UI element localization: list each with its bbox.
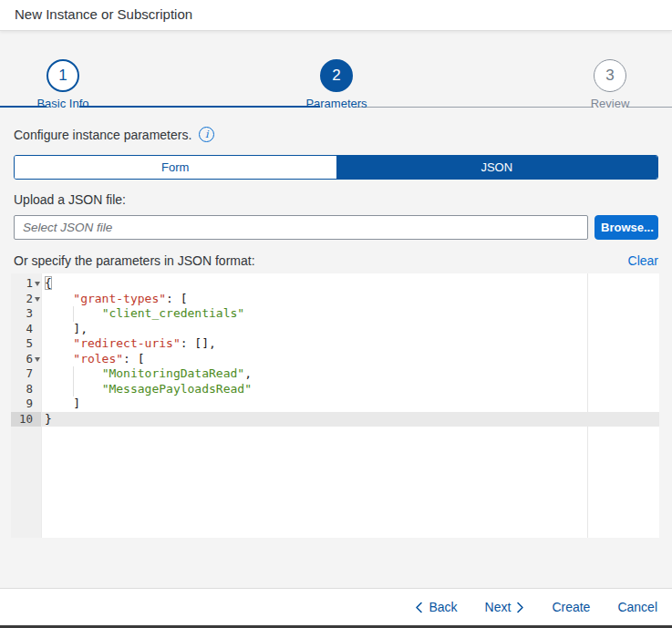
- token-string: "MonitoringDataRead": [102, 366, 245, 380]
- create-button[interactable]: Create: [550, 596, 592, 618]
- fold-spacer: [33, 412, 41, 427]
- indent-guide: [73, 366, 74, 382]
- editor-gutter-cell: 9: [11, 396, 41, 412]
- code-text: "redirect-uris": [],: [41, 336, 659, 352]
- chevron-left-icon: [415, 602, 423, 613]
- code-text: "roles": [: [41, 352, 659, 367]
- editor-line-9[interactable]: 9 ]: [11, 396, 659, 412]
- json-file-input[interactable]: [14, 215, 588, 240]
- token-plain: [45, 336, 73, 350]
- editor-gutter-cell: 7: [11, 366, 41, 382]
- button-label: Next: [485, 600, 512, 614]
- fold-spacer: [33, 322, 41, 337]
- section-heading: Configure instance parameters.: [14, 128, 191, 142]
- step-label-basic-info: Basic Info: [0, 97, 127, 110]
- token-match: {: [45, 276, 52, 290]
- fold-triangle: [35, 282, 40, 286]
- fold-triangle: [35, 357, 40, 362]
- fold-icon[interactable]: [33, 276, 41, 292]
- info-icon[interactable]: i: [199, 127, 214, 142]
- editor-gutter-cell: 2: [11, 292, 41, 307]
- fold-icon[interactable]: [33, 292, 41, 307]
- editor-line-10[interactable]: 10}: [11, 412, 659, 427]
- code-text: {: [41, 276, 659, 292]
- button-label: Create: [552, 600, 590, 614]
- token-plain: [45, 292, 73, 305]
- token-plain: ]: [45, 396, 80, 410]
- button-label: Cancel: [617, 600, 657, 614]
- token-plain: : [: [166, 292, 187, 305]
- code-text: "MessagePayloadsRead": [41, 382, 659, 397]
- stepper-step-basic-info[interactable]: 1: [47, 59, 79, 92]
- editor-gutter-cell: 10: [11, 412, 41, 427]
- code-text: "grant-types": [: [41, 292, 659, 307]
- fold-spacer: [33, 366, 41, 382]
- step-label-review: Review: [546, 97, 672, 110]
- stepper-step-parameters[interactable]: 2: [320, 59, 353, 92]
- line-number: 4: [11, 322, 33, 337]
- tab-json[interactable]: JSON: [336, 156, 658, 179]
- editor-gutter-cell: 5: [11, 336, 41, 352]
- editor-gutter-cell: 3: [11, 306, 41, 322]
- browse-button[interactable]: Browse...: [594, 215, 658, 240]
- line-number: 6: [11, 352, 33, 367]
- tab-form[interactable]: Form: [15, 156, 336, 179]
- editor-line-5[interactable]: 5 "redirect-uris": [],: [11, 336, 659, 352]
- cancel-button[interactable]: Cancel: [615, 596, 659, 618]
- token-key: "roles": [73, 352, 123, 365]
- line-number: 5: [11, 336, 33, 352]
- dialog-titlebar: New Instance or Subscription: [0, 0, 672, 31]
- fold-spacer: [33, 396, 41, 412]
- json-editor[interactable]: 1{2 "grant-types": [3 "client_credential…: [11, 273, 659, 538]
- new-instance-dialog: New Instance or Subscription 1Basic Info…: [0, 0, 672, 628]
- line-number: 8: [11, 382, 33, 397]
- line-number: 7: [11, 366, 33, 382]
- token-plain: }: [45, 412, 52, 426]
- token-string: "client_credentials": [102, 306, 245, 320]
- code-text: ],: [41, 322, 659, 337]
- code-text: ]: [41, 396, 659, 412]
- code-text: }: [41, 412, 659, 427]
- token-string: "MessagePayloadsRead": [102, 382, 252, 396]
- editor-line-4[interactable]: 4 ],: [11, 322, 659, 337]
- next-button[interactable]: Next: [483, 596, 527, 618]
- fold-icon[interactable]: [33, 352, 41, 367]
- editor-gutter-cell: 1: [11, 276, 41, 292]
- editor-line-8[interactable]: 8 "MessagePayloadsRead": [11, 382, 659, 397]
- line-number: 3: [11, 306, 33, 322]
- step-number: 1: [58, 67, 67, 85]
- token-plain: : [],: [181, 336, 216, 350]
- editor-line-1[interactable]: 1{: [11, 276, 659, 292]
- step-label-parameters: Parameters: [273, 97, 400, 110]
- fold-triangle: [35, 297, 40, 302]
- fold-spacer: [33, 382, 41, 397]
- clear-button[interactable]: Clear: [628, 253, 658, 268]
- editor-line-7[interactable]: 7 "MonitoringDataRead",: [11, 366, 659, 382]
- json-format-label: Or specify the parameters in JSON format…: [14, 253, 255, 268]
- dialog-title: New Instance or Subscription: [15, 6, 192, 22]
- wizard-progress-navigator: 1Basic Info2Parameters3Review: [0, 31, 672, 118]
- editor-gutter-cell: 6: [11, 352, 41, 367]
- form-json-toggle: Form JSON: [14, 155, 658, 180]
- stepper-step-review[interactable]: 3: [594, 59, 626, 92]
- step-number: 3: [605, 67, 614, 85]
- code-text: "MonitoringDataRead",: [41, 366, 659, 382]
- token-plain: : [: [123, 352, 144, 365]
- editor-gutter-cell: 4: [11, 322, 41, 337]
- line-number: 1: [11, 276, 33, 292]
- line-number: 2: [11, 292, 33, 307]
- indent-guide: [73, 306, 74, 322]
- upload-label: Upload a JSON file:: [14, 192, 126, 207]
- fold-spacer: [33, 336, 41, 352]
- token-key: "redirect-uris": [73, 336, 180, 350]
- line-number: 10: [11, 412, 33, 427]
- token-plain: ,: [244, 366, 252, 380]
- editor-line-3[interactable]: 3 "client_credentials": [11, 306, 659, 322]
- code-text: "client_credentials": [41, 306, 659, 322]
- back-button[interactable]: Back: [413, 596, 459, 618]
- step-number: 2: [332, 67, 340, 85]
- dialog-footer: BackNextCreateCancel: [0, 588, 672, 625]
- button-label: Back: [429, 600, 457, 614]
- editor-line-6[interactable]: 6 "roles": [: [11, 352, 659, 367]
- editor-line-2[interactable]: 2 "grant-types": [: [11, 292, 659, 307]
